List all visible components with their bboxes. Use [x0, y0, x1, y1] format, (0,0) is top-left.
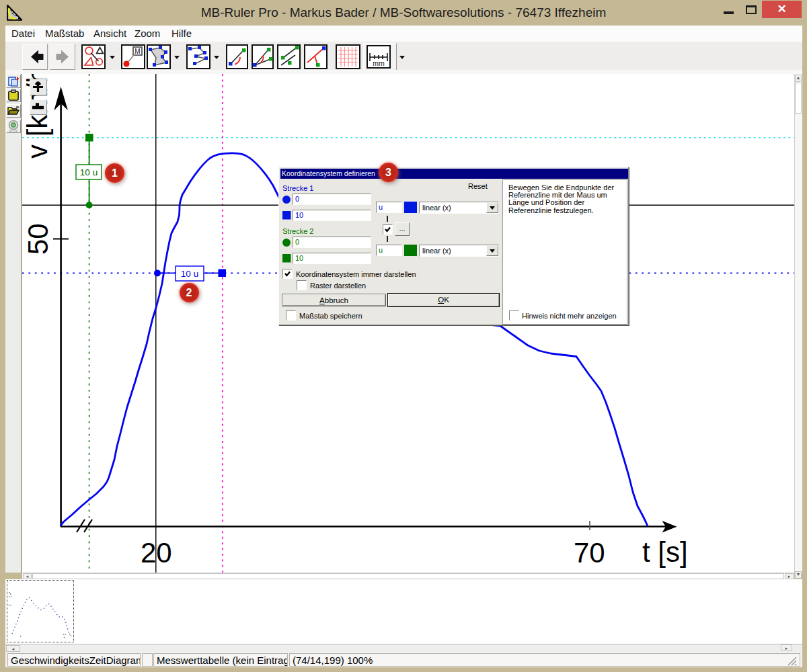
- svg-text:10 u: 10 u: [181, 269, 198, 279]
- svg-text:10 u: 10 u: [80, 167, 98, 177]
- svg-text:50: 50: [22, 223, 54, 255]
- svg-text:mm: mm: [373, 59, 385, 67]
- svg-text:M: M: [134, 48, 140, 55]
